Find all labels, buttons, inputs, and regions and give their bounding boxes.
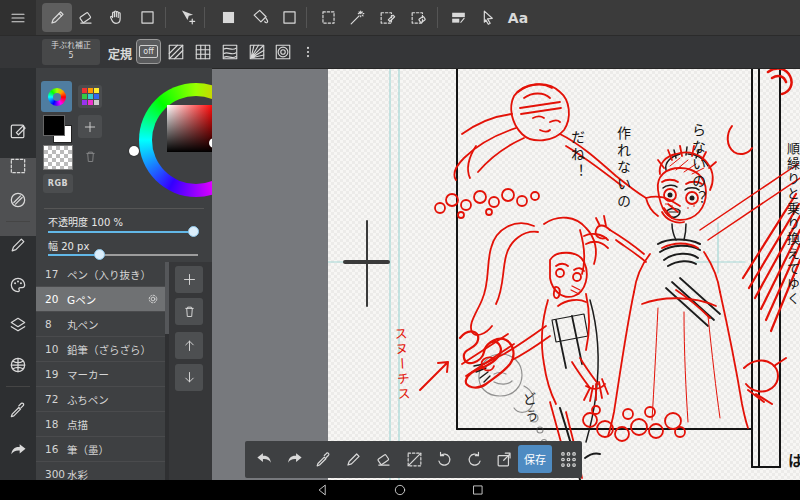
brush-list-item[interactable]: 10 鉛筆（ざらざら） xyxy=(36,337,166,362)
palette-icon[interactable] xyxy=(8,275,28,295)
panel-divider xyxy=(44,208,204,209)
plus-icon xyxy=(83,120,97,134)
color-wheel-mode-button[interactable] xyxy=(41,81,72,112)
width-slider-fill xyxy=(48,254,100,256)
nav-back-icon[interactable] xyxy=(315,483,329,497)
arrow-up-icon xyxy=(182,338,197,353)
select-eraser-tool[interactable] xyxy=(403,3,433,32)
ruler-more-button[interactable] xyxy=(296,40,319,63)
text-tool-label: Aa xyxy=(508,10,528,26)
canvas-paper[interactable]: だね！ 作れないの らないの？ 順繰りと乗り換えてゆく どう は スヌーチス xyxy=(328,68,800,480)
panel-divide-tool[interactable] xyxy=(443,3,473,32)
fill-square-tool[interactable] xyxy=(213,3,243,32)
brush-name: ペン（入り抜き） xyxy=(67,267,166,282)
delete-color-button[interactable] xyxy=(78,145,102,168)
redo-icon[interactable] xyxy=(285,450,304,469)
ruler-off-button[interactable]: off xyxy=(137,40,160,63)
saturation-value-square[interactable] xyxy=(167,105,212,152)
add-color-button[interactable] xyxy=(78,115,102,138)
deselect-icon[interactable] xyxy=(405,450,424,469)
rotate-ccw-icon[interactable] xyxy=(435,450,454,469)
pen-tool[interactable] xyxy=(42,3,72,32)
sv-square-handle[interactable] xyxy=(129,146,139,156)
select-rect-tool[interactable] xyxy=(313,3,343,32)
cursor-tool[interactable] xyxy=(472,3,502,32)
gradient-tool[interactable] xyxy=(274,3,304,32)
filled-square-icon xyxy=(219,8,238,27)
toolbar-divider xyxy=(306,7,307,28)
brush-list-item[interactable]: 8 丸ペン xyxy=(36,312,166,337)
hand-tool[interactable] xyxy=(101,3,131,32)
layers-icon[interactable] xyxy=(8,315,28,335)
transform-tool[interactable] xyxy=(172,3,202,32)
brush-list-item-selected[interactable]: 20 Gペン xyxy=(36,287,166,312)
brush-size: 300 xyxy=(45,468,67,480)
export-icon[interactable] xyxy=(495,450,514,469)
brush-list-item[interactable]: 72 ふちペン xyxy=(36,387,166,412)
eyedropper-icon[interactable] xyxy=(8,400,28,420)
ruler-curve-button[interactable] xyxy=(218,40,241,63)
selection-icon[interactable] xyxy=(8,156,28,176)
move-cursor-icon xyxy=(178,8,197,27)
square-outline-icon xyxy=(138,8,157,27)
nav-recents-icon[interactable] xyxy=(471,483,485,497)
eraser-icon[interactable] xyxy=(374,450,393,469)
transparent-color-swatch[interactable] xyxy=(43,145,73,170)
hue-ring-handle[interactable] xyxy=(209,138,212,148)
ruler-perspective-button[interactable] xyxy=(245,40,268,63)
brush-size: 20 xyxy=(45,293,67,305)
brush-list-item[interactable]: 19 マーカー xyxy=(36,362,166,387)
shape-tool[interactable] xyxy=(132,3,162,32)
rgb-button[interactable]: RGB xyxy=(43,174,73,193)
color-palette-mode-button[interactable] xyxy=(78,85,102,108)
material-icon[interactable] xyxy=(8,355,28,375)
select-pen-tool[interactable] xyxy=(372,3,402,32)
canvas-workspace[interactable]: だね！ 作れないの らないの？ 順繰りと乗り換えてゆく どう は スヌーチス xyxy=(212,68,800,480)
move-brush-up-button[interactable] xyxy=(175,332,203,359)
hidden xyxy=(8,0,28,3)
edit-canvas-icon[interactable] xyxy=(8,121,28,141)
pen-icon[interactable] xyxy=(344,450,363,469)
foreground-color-swatch[interactable] xyxy=(43,115,73,143)
strip-pen-icon[interactable] xyxy=(8,235,28,255)
bucket-tool[interactable] xyxy=(245,3,275,32)
width-label: 幅 20 px xyxy=(48,238,89,253)
undo-icon[interactable] xyxy=(255,450,274,469)
brush-list-item[interactable]: 16 筆（墨） xyxy=(36,437,166,462)
save-button[interactable]: 保存 xyxy=(518,445,552,473)
brush-name: ふちペン xyxy=(67,392,166,407)
delete-brush-button[interactable] xyxy=(175,298,203,325)
pen-icon xyxy=(48,8,67,27)
eraser-tool[interactable] xyxy=(70,3,100,32)
strip-divider xyxy=(6,386,30,387)
brush-settings-gear-icon[interactable] xyxy=(146,292,160,306)
redo-icon[interactable] xyxy=(8,441,28,461)
hand-icon xyxy=(107,8,126,27)
text-tool[interactable]: Aa xyxy=(503,3,533,32)
app-root: だね！ 作れないの らないの？ 順繰りと乗り換えてゆく どう は スヌーチス xyxy=(0,0,800,500)
nav-home-icon[interactable] xyxy=(393,483,407,497)
ruler-grid-button[interactable] xyxy=(191,40,214,63)
add-brush-button[interactable] xyxy=(175,266,203,293)
ruler-label: 定規 xyxy=(108,45,132,62)
stabilization-button[interactable]: 手ぶれ補正 5 xyxy=(42,39,100,65)
ruler-concentric-button[interactable] xyxy=(271,40,294,63)
gradient-icon xyxy=(280,8,299,27)
brush-list-item[interactable]: 18 点描 xyxy=(36,412,166,437)
brush-list-item[interactable]: 17 ペン（入り抜き） xyxy=(36,262,166,287)
opacity-slider-thumb[interactable] xyxy=(188,226,199,237)
speech-text-2: 作れないの xyxy=(616,126,630,211)
apps-grid-icon[interactable] xyxy=(559,450,578,469)
magic-wand-tool[interactable] xyxy=(342,3,372,32)
eyedropper-icon[interactable] xyxy=(314,450,333,469)
move-brush-down-button[interactable] xyxy=(175,364,203,391)
brush-list-item[interactable]: 300 水彩 xyxy=(36,462,166,480)
deselect-icon[interactable] xyxy=(8,190,28,210)
ruler-parallel-button[interactable] xyxy=(164,40,187,63)
width-slider-thumb[interactable] xyxy=(94,249,105,260)
stabilization-value: 5 xyxy=(42,51,100,61)
rotate-cw-icon[interactable] xyxy=(465,450,484,469)
select-eraser-icon xyxy=(409,8,428,27)
menu-button[interactable] xyxy=(0,0,36,35)
toolbar-divider xyxy=(165,7,166,28)
